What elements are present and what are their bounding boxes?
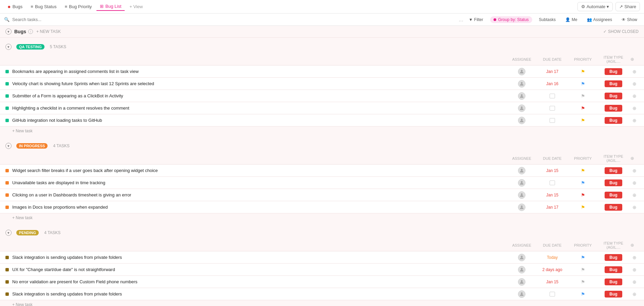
qa-col-assignee: ASSIGNEE: [508, 57, 535, 61]
task-name: Clicking on a user in Dashboards timeshe…: [12, 192, 508, 197]
person-icon: 👤: [565, 17, 570, 22]
nav-item-bug-priority[interactable]: ≡ Bug Priority: [61, 3, 95, 11]
inprogress-col-type: ITEM TYPE (AGIL....: [596, 154, 630, 162]
show-closed-button[interactable]: ✓ SHOW CLOSED: [603, 29, 639, 34]
table-row[interactable]: Highlighting a checklist in a comment re…: [0, 102, 644, 114]
table-row[interactable]: Submitter of a Form is appearing as a Cl…: [0, 90, 644, 102]
automate-button[interactable]: ⚙ Automate ▾: [577, 2, 613, 11]
nav-item-bug-list[interactable]: ⊞ Bug List: [96, 2, 125, 11]
show-button[interactable]: 👁 Show: [619, 16, 640, 23]
task-add-icon[interactable]: ⊕: [630, 81, 639, 87]
svg-point-4: [521, 118, 522, 120]
avatar: [518, 68, 525, 75]
table-row[interactable]: Widget search filter breaks if a user go…: [0, 165, 644, 177]
qa-col-plus[interactable]: ⊕: [630, 57, 639, 62]
task-assignee: [508, 167, 535, 174]
nav-item-add-view[interactable]: + View: [126, 3, 146, 11]
task-add-icon[interactable]: ⊕: [630, 69, 639, 74]
qa-new-task[interactable]: + New task: [0, 127, 644, 135]
bug-badge: Bug: [605, 93, 622, 99]
bug-badge: Bug: [605, 68, 622, 75]
collapse-qa-button[interactable]: ▾: [5, 44, 12, 50]
table-row[interactable]: GitHub integration not loading tasks to …: [0, 114, 644, 127]
bug-badge: Bug: [605, 279, 622, 285]
table-row[interactable]: UX for "Change start/due date" is not st…: [0, 264, 644, 276]
priority-flag-icon: ⚑: [581, 168, 585, 173]
table-row[interactable]: Clicking on a user in Dashboards timeshe…: [0, 189, 644, 201]
table-row[interactable]: Bookmarks are appearing in assigned comm…: [0, 65, 644, 78]
main-content: ▾ Bugs i + NEW TASK ✓ SHOW CLOSED ▾ QA T…: [0, 26, 644, 306]
task-status-dot: [5, 256, 9, 259]
task-add-icon[interactable]: ⊕: [630, 205, 639, 210]
more-options-icon[interactable]: ...: [459, 17, 463, 23]
share-button[interactable]: ↗ Share: [615, 2, 640, 11]
task-due-date: [535, 118, 569, 123]
info-icon[interactable]: i: [28, 29, 33, 34]
pending-columns-header: ASSIGNEE DUE DATE PRIORITY ITEM TYPE (AG…: [0, 239, 644, 251]
task-name: Highlighting a checklist in a comment re…: [12, 106, 508, 111]
inprogress-new-task[interactable]: + New task: [0, 213, 644, 222]
table-row[interactable]: Slack integration is sending updates fro…: [0, 288, 644, 300]
task-add-icon[interactable]: ⊕: [630, 118, 639, 123]
task-assignee: [508, 68, 535, 75]
collapse-pending-button[interactable]: ▾: [5, 230, 12, 236]
bugs-icon: ●: [7, 4, 11, 10]
task-add-icon[interactable]: ⊕: [630, 291, 639, 297]
task-add-icon[interactable]: ⊕: [630, 93, 639, 99]
collapse-inprogress-button[interactable]: ▾: [5, 143, 12, 149]
task-add-icon[interactable]: ⊕: [630, 255, 639, 260]
table-row[interactable]: Unavailable tasks are displayed in time …: [0, 177, 644, 189]
inprogress-col-plus[interactable]: ⊕: [630, 156, 639, 161]
task-add-icon[interactable]: ⊕: [630, 192, 639, 198]
task-type: Bug: [596, 68, 630, 75]
avatar: [518, 92, 525, 100]
pending-col-plus[interactable]: ⊕: [630, 243, 639, 248]
assignees-label: Assignees: [593, 17, 612, 22]
nav-item-bug-status[interactable]: ≡ Bug Status: [27, 3, 60, 11]
show-label: Show: [627, 17, 637, 22]
task-add-icon[interactable]: ⊕: [630, 267, 639, 272]
task-status-dot: [5, 268, 9, 271]
task-priority: ⚑: [569, 255, 596, 260]
svg-point-0: [521, 70, 522, 71]
collapse-bugs-button[interactable]: ▾: [5, 28, 12, 35]
task-name: Slack integration is sending updates fro…: [12, 255, 508, 260]
svg-point-9: [521, 255, 522, 257]
qa-col-priority: PRIORITY: [569, 57, 596, 61]
new-task-button[interactable]: + NEW TASK: [36, 29, 61, 34]
in-progress-header: ▾ IN PROGRESS 4 TASKS: [0, 139, 644, 152]
table-row[interactable]: Images in Docs lose proportions when exp…: [0, 201, 644, 213]
task-name: Images in Docs lose proportions when exp…: [12, 205, 508, 210]
pending-new-task[interactable]: + New task: [0, 300, 644, 306]
assignees-button[interactable]: 👥 Assignees: [584, 16, 615, 23]
group-by-button[interactable]: Group by: Status: [490, 16, 532, 23]
search-input[interactable]: [12, 17, 456, 22]
table-row[interactable]: No error validation are present for Cust…: [0, 276, 644, 288]
calendar-icon: [550, 118, 555, 123]
task-add-icon[interactable]: ⊕: [630, 180, 639, 186]
task-priority: ⚑: [569, 106, 596, 111]
share-label: Share: [624, 4, 636, 9]
table-row[interactable]: Slack integration is sending updates fro…: [0, 251, 644, 264]
nav-item-bugs[interactable]: ● Bugs: [4, 2, 26, 11]
task-due-date: Jan 17: [535, 205, 569, 210]
task-assignee: [508, 290, 535, 298]
bug-status-icon: ≡: [31, 4, 33, 9]
task-name: Velocity chart is showing future Sprints…: [12, 81, 508, 86]
table-row[interactable]: Velocity chart is showing future Sprints…: [0, 78, 644, 90]
task-add-icon[interactable]: ⊕: [630, 279, 639, 285]
task-add-icon[interactable]: ⊕: [630, 168, 639, 173]
task-type: Bug: [596, 204, 630, 211]
svg-point-3: [521, 106, 522, 108]
filter-button[interactable]: ▼ Filter: [466, 16, 486, 23]
inprogress-col-due: DUE DATE: [535, 156, 569, 160]
priority-flag-icon: ⚑: [581, 255, 585, 260]
task-due-date: Jan 15: [535, 193, 569, 197]
me-button[interactable]: 👤 Me: [562, 16, 580, 23]
avatar: [518, 278, 525, 286]
subtasks-button[interactable]: Subtasks: [536, 16, 558, 23]
svg-point-6: [521, 181, 522, 183]
task-name: No error validation are present for Cust…: [12, 279, 508, 284]
task-add-icon[interactable]: ⊕: [630, 106, 639, 111]
task-priority: ⚑: [569, 93, 596, 99]
